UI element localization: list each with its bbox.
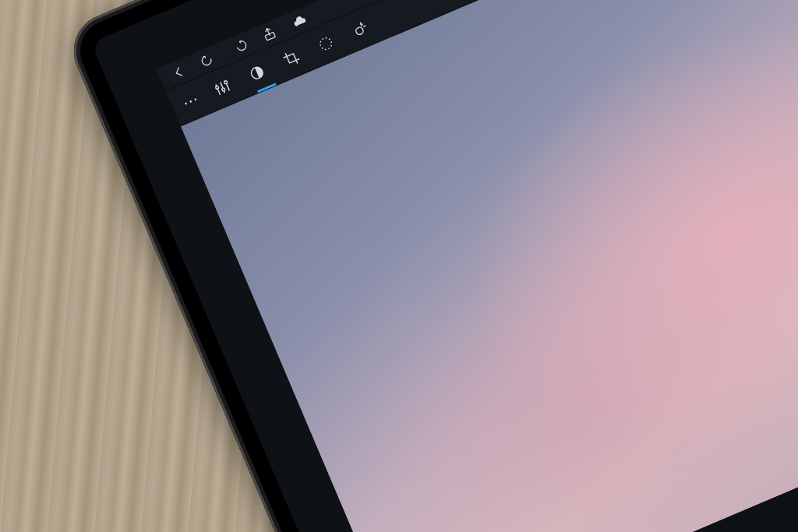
svg-rect-0 [265,32,275,41]
svg-point-5 [319,37,334,51]
crop-icon[interactable] [276,43,306,73]
svg-point-1 [215,86,219,90]
share-icon[interactable] [258,23,281,45]
cloud-icon[interactable] [288,10,311,33]
back-icon[interactable] [168,61,190,83]
app-screen: ⋯ [157,0,798,532]
more-icon[interactable]: ⋯ [179,89,203,113]
svg-point-2 [221,88,225,92]
heal-icon[interactable] [345,14,376,44]
redo-icon[interactable] [198,48,221,71]
svg-point-6 [355,26,364,36]
tone-split-icon[interactable] [242,58,272,88]
undo-icon[interactable] [228,36,250,58]
radial-icon[interactable] [311,28,341,58]
svg-point-3 [224,80,228,84]
adjust-sliders-icon[interactable] [207,72,238,103]
